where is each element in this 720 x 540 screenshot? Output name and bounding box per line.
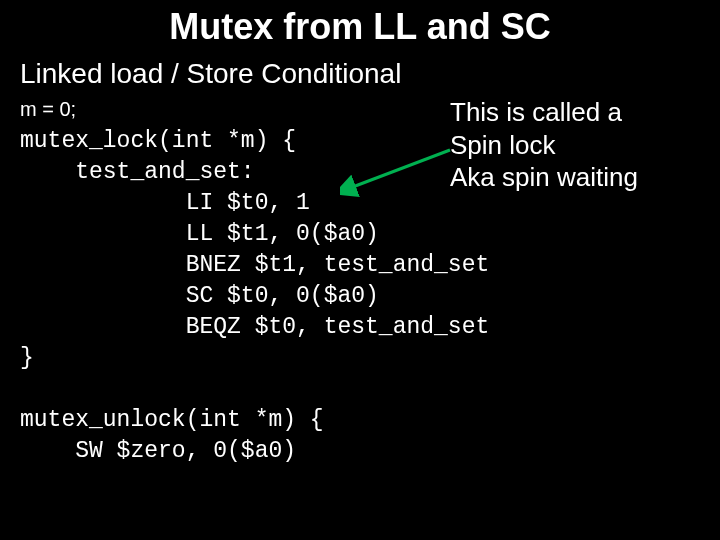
subtitle: Linked load / Store Conditional	[20, 58, 401, 90]
annotation-line1: This is called a	[450, 96, 700, 129]
annotation-line2: Spin lock	[450, 129, 700, 162]
init-line: m = 0;	[20, 98, 76, 121]
annotation: This is called a Spin lock Aka spin wait…	[450, 96, 700, 194]
annotation-line3: Aka spin waiting	[450, 161, 700, 194]
code-block: mutex_lock(int *m) { test_and_set: LI $t…	[20, 126, 489, 468]
slide: Mutex from LL and SC Linked load / Store…	[0, 0, 720, 540]
page-title: Mutex from LL and SC	[0, 6, 720, 48]
